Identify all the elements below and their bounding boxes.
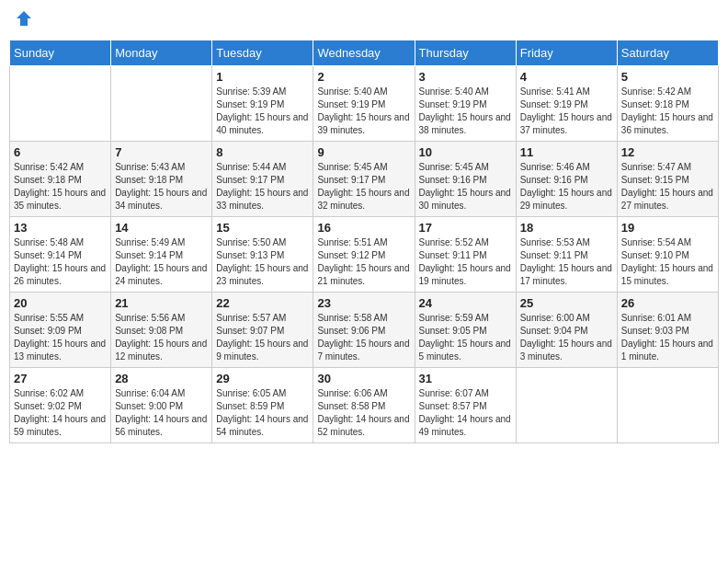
day-info: Sunrise: 5:54 AMSunset: 9:10 PMDaylight:… <box>621 236 714 288</box>
day-info: Sunrise: 5:55 AMSunset: 9:09 PMDaylight:… <box>14 312 107 363</box>
weekday-header-row: SundayMondayTuesdayWednesdayThursdayFrid… <box>10 40 719 65</box>
page-header <box>9 9 719 32</box>
calendar-cell: 30Sunrise: 6:06 AMSunset: 8:58 PMDayligh… <box>313 367 415 442</box>
calendar-cell <box>10 65 111 141</box>
day-number: 3 <box>419 70 512 84</box>
day-info: Sunrise: 5:56 AMSunset: 9:08 PMDaylight:… <box>115 312 208 363</box>
day-info: Sunrise: 5:42 AMSunset: 9:18 PMDaylight:… <box>621 86 714 137</box>
day-info: Sunrise: 5:47 AMSunset: 9:15 PMDaylight:… <box>621 161 714 213</box>
day-number: 5 <box>621 70 714 84</box>
svg-marker-0 <box>17 11 31 26</box>
calendar-cell: 25Sunrise: 6:00 AMSunset: 9:04 PMDayligh… <box>516 292 617 367</box>
day-number: 1 <box>216 70 309 84</box>
calendar-cell: 26Sunrise: 6:01 AMSunset: 9:03 PMDayligh… <box>617 292 718 367</box>
day-number: 7 <box>115 145 208 159</box>
weekday-header-wednesday: Wednesday <box>313 40 415 65</box>
calendar-cell: 8Sunrise: 5:44 AMSunset: 9:17 PMDaylight… <box>212 141 313 216</box>
calendar-cell: 27Sunrise: 6:02 AMSunset: 9:02 PMDayligh… <box>10 367 111 442</box>
day-info: Sunrise: 6:04 AMSunset: 9:00 PMDaylight:… <box>115 387 208 439</box>
calendar-cell: 22Sunrise: 5:57 AMSunset: 9:07 PMDayligh… <box>212 292 313 367</box>
day-info: Sunrise: 5:58 AMSunset: 9:06 PMDaylight:… <box>317 312 410 363</box>
day-info: Sunrise: 5:51 AMSunset: 9:12 PMDaylight:… <box>317 236 410 288</box>
day-number: 25 <box>520 296 613 310</box>
day-info: Sunrise: 5:52 AMSunset: 9:11 PMDaylight:… <box>419 236 512 288</box>
day-number: 29 <box>216 372 309 385</box>
logo <box>13 9 33 32</box>
day-number: 28 <box>115 372 208 385</box>
weekday-header-tuesday: Tuesday <box>212 40 313 65</box>
day-number: 16 <box>317 221 410 235</box>
day-info: Sunrise: 6:05 AMSunset: 8:59 PMDaylight:… <box>216 387 309 439</box>
day-info: Sunrise: 5:41 AMSunset: 9:19 PMDaylight:… <box>520 86 613 137</box>
calendar-cell: 5Sunrise: 5:42 AMSunset: 9:18 PMDaylight… <box>617 65 718 141</box>
calendar-cell: 1Sunrise: 5:39 AMSunset: 9:19 PMDaylight… <box>212 65 313 141</box>
day-info: Sunrise: 5:45 AMSunset: 9:17 PMDaylight:… <box>317 161 410 213</box>
day-info: Sunrise: 6:02 AMSunset: 9:02 PMDaylight:… <box>14 387 107 439</box>
day-number: 15 <box>216 221 309 235</box>
day-number: 8 <box>216 145 309 159</box>
day-number: 21 <box>115 296 208 310</box>
week-row-4: 20Sunrise: 5:55 AMSunset: 9:09 PMDayligh… <box>10 292 719 367</box>
day-info: Sunrise: 6:01 AMSunset: 9:03 PMDaylight:… <box>621 312 714 363</box>
day-info: Sunrise: 5:49 AMSunset: 9:14 PMDaylight:… <box>115 236 208 288</box>
day-number: 19 <box>621 221 714 235</box>
day-number: 12 <box>621 145 714 159</box>
calendar-cell <box>516 367 617 442</box>
day-number: 13 <box>14 221 107 235</box>
day-number: 31 <box>419 372 512 385</box>
week-row-5: 27Sunrise: 6:02 AMSunset: 9:02 PMDayligh… <box>10 367 719 442</box>
calendar-cell: 20Sunrise: 5:55 AMSunset: 9:09 PMDayligh… <box>10 292 111 367</box>
day-number: 26 <box>621 296 714 310</box>
day-number: 9 <box>317 145 410 159</box>
day-info: Sunrise: 5:48 AMSunset: 9:14 PMDaylight:… <box>14 236 107 288</box>
weekday-header-sunday: Sunday <box>10 40 111 65</box>
calendar-cell: 13Sunrise: 5:48 AMSunset: 9:14 PMDayligh… <box>10 216 111 292</box>
day-info: Sunrise: 5:40 AMSunset: 9:19 PMDaylight:… <box>317 86 410 137</box>
day-info: Sunrise: 6:06 AMSunset: 8:58 PMDaylight:… <box>317 387 410 439</box>
weekday-header-monday: Monday <box>111 40 212 65</box>
week-row-1: 1Sunrise: 5:39 AMSunset: 9:19 PMDaylight… <box>10 65 719 141</box>
day-number: 30 <box>317 372 410 385</box>
calendar-cell: 4Sunrise: 5:41 AMSunset: 9:19 PMDaylight… <box>516 65 617 141</box>
day-info: Sunrise: 5:45 AMSunset: 9:16 PMDaylight:… <box>419 161 512 213</box>
day-info: Sunrise: 5:57 AMSunset: 9:07 PMDaylight:… <box>216 312 309 363</box>
calendar-cell: 10Sunrise: 5:45 AMSunset: 9:16 PMDayligh… <box>415 141 516 216</box>
calendar-cell: 14Sunrise: 5:49 AMSunset: 9:14 PMDayligh… <box>111 216 212 292</box>
calendar-cell: 31Sunrise: 6:07 AMSunset: 8:57 PMDayligh… <box>415 367 516 442</box>
weekday-header-friday: Friday <box>516 40 617 65</box>
calendar-cell: 23Sunrise: 5:58 AMSunset: 9:06 PMDayligh… <box>313 292 415 367</box>
day-info: Sunrise: 6:07 AMSunset: 8:57 PMDaylight:… <box>419 387 512 439</box>
calendar-cell <box>617 367 718 442</box>
day-number: 18 <box>520 221 613 235</box>
calendar-cell: 7Sunrise: 5:43 AMSunset: 9:18 PMDaylight… <box>111 141 212 216</box>
day-info: Sunrise: 6:00 AMSunset: 9:04 PMDaylight:… <box>520 312 613 363</box>
day-number: 23 <box>317 296 410 310</box>
day-info: Sunrise: 5:53 AMSunset: 9:11 PMDaylight:… <box>520 236 613 288</box>
day-info: Sunrise: 5:50 AMSunset: 9:13 PMDaylight:… <box>216 236 309 288</box>
day-info: Sunrise: 5:39 AMSunset: 9:19 PMDaylight:… <box>216 86 309 137</box>
calendar-cell: 6Sunrise: 5:42 AMSunset: 9:18 PMDaylight… <box>10 141 111 216</box>
day-number: 27 <box>14 372 107 385</box>
calendar-cell: 24Sunrise: 5:59 AMSunset: 9:05 PMDayligh… <box>415 292 516 367</box>
calendar-cell: 21Sunrise: 5:56 AMSunset: 9:08 PMDayligh… <box>111 292 212 367</box>
calendar-cell: 19Sunrise: 5:54 AMSunset: 9:10 PMDayligh… <box>617 216 718 292</box>
day-info: Sunrise: 5:43 AMSunset: 9:18 PMDaylight:… <box>115 161 208 213</box>
day-number: 6 <box>14 145 107 159</box>
calendar-cell: 16Sunrise: 5:51 AMSunset: 9:12 PMDayligh… <box>313 216 415 292</box>
day-number: 14 <box>115 221 208 235</box>
week-row-2: 6Sunrise: 5:42 AMSunset: 9:18 PMDaylight… <box>10 141 719 216</box>
calendar-cell: 11Sunrise: 5:46 AMSunset: 9:16 PMDayligh… <box>516 141 617 216</box>
day-number: 2 <box>317 70 410 84</box>
day-number: 10 <box>419 145 512 159</box>
day-info: Sunrise: 5:44 AMSunset: 9:17 PMDaylight:… <box>216 161 309 213</box>
day-info: Sunrise: 5:40 AMSunset: 9:19 PMDaylight:… <box>419 86 512 137</box>
calendar-table: SundayMondayTuesdayWednesdayThursdayFrid… <box>9 40 719 443</box>
calendar-cell <box>111 65 212 141</box>
day-number: 22 <box>216 296 309 310</box>
calendar-cell: 9Sunrise: 5:45 AMSunset: 9:17 PMDaylight… <box>313 141 415 216</box>
weekday-header-thursday: Thursday <box>415 40 516 65</box>
weekday-header-saturday: Saturday <box>617 40 718 65</box>
day-info: Sunrise: 5:46 AMSunset: 9:16 PMDaylight:… <box>520 161 613 213</box>
calendar-cell: 2Sunrise: 5:40 AMSunset: 9:19 PMDaylight… <box>313 65 415 141</box>
day-number: 24 <box>419 296 512 310</box>
